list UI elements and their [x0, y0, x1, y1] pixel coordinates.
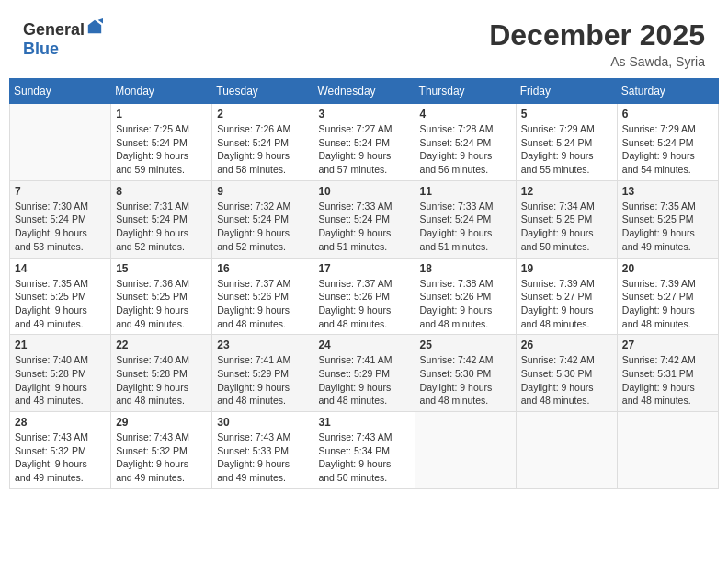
calendar-cell [415, 412, 516, 489]
date-number: 11 [420, 185, 511, 198]
cell-info: Sunrise: 7:33 AMSunset: 5:24 PMDaylight:… [318, 200, 409, 254]
calendar-cell [10, 104, 111, 181]
cell-info: Sunrise: 7:35 AMSunset: 5:25 PMDaylight:… [15, 277, 106, 331]
cell-info: Sunrise: 7:43 AMSunset: 5:34 PMDaylight:… [318, 431, 409, 485]
date-number: 6 [622, 108, 713, 121]
cell-info: Sunrise: 7:43 AMSunset: 5:32 PMDaylight:… [15, 431, 106, 485]
svg-marker-1 [98, 18, 103, 23]
cell-info: Sunrise: 7:40 AMSunset: 5:28 PMDaylight:… [116, 353, 207, 408]
calendar-header-row: SundayMondayTuesdayWednesdayThursdayFrid… [10, 79, 719, 104]
weekday-header: Monday [111, 79, 212, 104]
date-number: 22 [116, 339, 207, 351]
date-number: 12 [521, 185, 612, 198]
calendar-cell: 22Sunrise: 7:40 AMSunset: 5:28 PMDayligh… [111, 335, 212, 412]
date-number: 5 [521, 108, 612, 121]
cell-info: Sunrise: 7:41 AMSunset: 5:29 PMDaylight:… [318, 353, 409, 408]
weekday-header: Thursday [415, 79, 516, 104]
date-number: 21 [15, 339, 106, 351]
date-number: 24 [318, 339, 409, 351]
date-number: 25 [420, 339, 511, 351]
calendar-cell: 14Sunrise: 7:35 AMSunset: 5:25 PMDayligh… [10, 258, 111, 335]
weekday-header: Sunday [10, 79, 111, 104]
calendar-cell: 30Sunrise: 7:43 AMSunset: 5:33 PMDayligh… [212, 412, 313, 489]
calendar-cell: 13Sunrise: 7:35 AMSunset: 5:25 PMDayligh… [617, 180, 718, 258]
cell-info: Sunrise: 7:39 AMSunset: 5:27 PMDaylight:… [622, 277, 713, 331]
calendar-table: SundayMondayTuesdayWednesdayThursdayFrid… [9, 78, 719, 489]
calendar-cell: 4Sunrise: 7:28 AMSunset: 5:24 PMDaylight… [415, 104, 516, 181]
calendar-week-row: 14Sunrise: 7:35 AMSunset: 5:25 PMDayligh… [10, 258, 719, 335]
cell-info: Sunrise: 7:42 AMSunset: 5:30 PMDaylight:… [420, 353, 511, 408]
cell-info: Sunrise: 7:31 AMSunset: 5:24 PMDaylight:… [116, 200, 207, 254]
calendar-cell: 21Sunrise: 7:40 AMSunset: 5:28 PMDayligh… [10, 335, 111, 412]
svg-marker-0 [88, 20, 101, 33]
cell-info: Sunrise: 7:37 AMSunset: 5:26 PMDaylight:… [318, 277, 409, 331]
calendar-cell: 18Sunrise: 7:38 AMSunset: 5:26 PMDayligh… [415, 258, 516, 335]
title-section: December 2025 As Sawda, Syria [489, 18, 705, 69]
weekday-header: Saturday [617, 79, 718, 104]
calendar-cell: 6Sunrise: 7:29 AMSunset: 5:24 PMDaylight… [617, 104, 718, 181]
cell-info: Sunrise: 7:29 AMSunset: 5:24 PMDaylight:… [521, 122, 612, 177]
calendar-cell: 17Sunrise: 7:37 AMSunset: 5:26 PMDayligh… [313, 258, 415, 335]
cell-info: Sunrise: 7:35 AMSunset: 5:25 PMDaylight:… [622, 200, 713, 254]
date-number: 2 [217, 108, 308, 121]
date-number: 18 [420, 262, 511, 275]
cell-info: Sunrise: 7:36 AMSunset: 5:25 PMDaylight:… [116, 277, 207, 331]
calendar-cell: 3Sunrise: 7:27 AMSunset: 5:24 PMDaylight… [313, 104, 415, 181]
date-number: 20 [622, 262, 713, 275]
cell-info: Sunrise: 7:30 AMSunset: 5:24 PMDaylight:… [15, 200, 106, 254]
calendar-cell [516, 412, 617, 489]
logo-general: General [23, 20, 85, 39]
cell-info: Sunrise: 7:37 AMSunset: 5:26 PMDaylight:… [217, 277, 308, 331]
cell-info: Sunrise: 7:39 AMSunset: 5:27 PMDaylight:… [521, 277, 612, 331]
cell-info: Sunrise: 7:43 AMSunset: 5:33 PMDaylight:… [217, 431, 308, 485]
date-number: 23 [217, 339, 308, 351]
date-number: 9 [217, 185, 308, 198]
calendar-cell: 25Sunrise: 7:42 AMSunset: 5:30 PMDayligh… [415, 335, 516, 412]
date-number: 13 [622, 185, 713, 198]
date-number: 10 [318, 185, 409, 198]
date-number: 27 [622, 339, 713, 351]
location-label: As Sawda, Syria [489, 54, 705, 69]
calendar-cell: 20Sunrise: 7:39 AMSunset: 5:27 PMDayligh… [617, 258, 718, 335]
calendar-cell: 5Sunrise: 7:29 AMSunset: 5:24 PMDaylight… [516, 104, 617, 181]
cell-info: Sunrise: 7:41 AMSunset: 5:29 PMDaylight:… [217, 353, 308, 408]
date-number: 26 [521, 339, 612, 351]
logo: General Blue [23, 18, 103, 59]
cell-info: Sunrise: 7:25 AMSunset: 5:24 PMDaylight:… [116, 122, 207, 177]
date-number: 3 [318, 108, 409, 121]
calendar-cell: 31Sunrise: 7:43 AMSunset: 5:34 PMDayligh… [313, 412, 415, 489]
calendar-cell: 23Sunrise: 7:41 AMSunset: 5:29 PMDayligh… [212, 335, 313, 412]
date-number: 15 [116, 262, 207, 275]
date-number: 4 [420, 108, 511, 121]
date-number: 28 [15, 416, 106, 429]
calendar-week-row: 7Sunrise: 7:30 AMSunset: 5:24 PMDaylight… [10, 180, 719, 258]
calendar-cell: 26Sunrise: 7:42 AMSunset: 5:30 PMDayligh… [516, 335, 617, 412]
calendar-week-row: 21Sunrise: 7:40 AMSunset: 5:28 PMDayligh… [10, 335, 719, 412]
calendar-cell: 7Sunrise: 7:30 AMSunset: 5:24 PMDaylight… [10, 180, 111, 258]
date-number: 30 [217, 416, 308, 429]
calendar-cell: 19Sunrise: 7:39 AMSunset: 5:27 PMDayligh… [516, 258, 617, 335]
logo-blue: Blue [23, 40, 59, 58]
month-title: December 2025 [489, 18, 705, 52]
calendar-cell: 8Sunrise: 7:31 AMSunset: 5:24 PMDaylight… [111, 180, 212, 258]
cell-info: Sunrise: 7:26 AMSunset: 5:24 PMDaylight:… [217, 122, 308, 177]
date-number: 29 [116, 416, 207, 429]
weekday-header: Tuesday [212, 79, 313, 104]
cell-info: Sunrise: 7:40 AMSunset: 5:28 PMDaylight:… [15, 353, 106, 408]
date-number: 1 [116, 108, 207, 121]
cell-info: Sunrise: 7:29 AMSunset: 5:24 PMDaylight:… [622, 122, 713, 177]
date-number: 14 [15, 262, 106, 275]
date-number: 31 [318, 416, 409, 429]
calendar-week-row: 28Sunrise: 7:43 AMSunset: 5:32 PMDayligh… [10, 412, 719, 489]
date-number: 7 [15, 185, 106, 198]
calendar-cell: 28Sunrise: 7:43 AMSunset: 5:32 PMDayligh… [10, 412, 111, 489]
calendar-cell: 27Sunrise: 7:42 AMSunset: 5:31 PMDayligh… [617, 335, 718, 412]
page-header: General Blue December 2025 As Sawda, Syr… [9, 9, 719, 74]
cell-info: Sunrise: 7:34 AMSunset: 5:25 PMDaylight:… [521, 200, 612, 254]
calendar-cell: 29Sunrise: 7:43 AMSunset: 5:32 PMDayligh… [111, 412, 212, 489]
calendar-cell: 24Sunrise: 7:41 AMSunset: 5:29 PMDayligh… [313, 335, 415, 412]
calendar-cell: 10Sunrise: 7:33 AMSunset: 5:24 PMDayligh… [313, 180, 415, 258]
cell-info: Sunrise: 7:42 AMSunset: 5:30 PMDaylight:… [521, 353, 612, 408]
cell-info: Sunrise: 7:43 AMSunset: 5:32 PMDaylight:… [116, 431, 207, 485]
calendar-cell: 12Sunrise: 7:34 AMSunset: 5:25 PMDayligh… [516, 180, 617, 258]
